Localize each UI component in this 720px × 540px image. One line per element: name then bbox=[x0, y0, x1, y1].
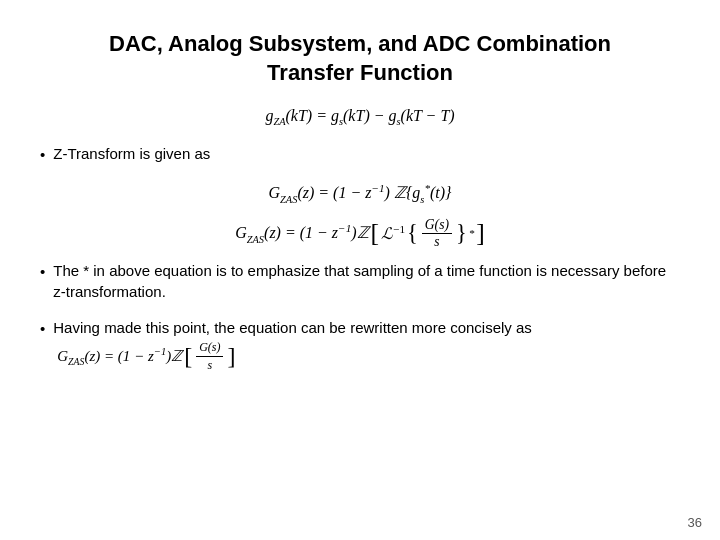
title-line1: DAC, Analog Subsystem, and ADC Combinati… bbox=[109, 31, 611, 56]
bullet-text-1: Z-Transform is given as bbox=[53, 143, 680, 165]
formula-ztransform2: GZAS(z) = (1 − z−1)ℤ [ ℒ−1 { G(s) s } * … bbox=[235, 217, 485, 250]
formula-ztransform1-block: GZAS(z) = (1 − z−1) ℤ{gs*(t)} bbox=[40, 182, 680, 205]
formula-top: gZA(kT) = gs(kT) − gs(kT − T) bbox=[265, 107, 454, 127]
bullet-2: • The * in above equation is to emphasiz… bbox=[40, 260, 680, 304]
bullet-dot-3: • bbox=[40, 318, 45, 340]
formula-ztransform1: GZAS(z) = (1 − z−1) ℤ{gs*(t)} bbox=[269, 182, 452, 205]
slide-container: DAC, Analog Subsystem, and ADC Combinati… bbox=[0, 0, 720, 540]
bullet-text-2: The * in above equation is to emphasize … bbox=[53, 260, 680, 304]
title-line2: Transfer Function bbox=[267, 60, 453, 85]
bullet-dot-1: • bbox=[40, 144, 45, 166]
slide-title: DAC, Analog Subsystem, and ADC Combinati… bbox=[40, 30, 680, 87]
formula-concise: GZAS(z) = (1 − z−1)ℤ [ G(s) s ] bbox=[57, 339, 235, 375]
formula-top-block: gZA(kT) = gs(kT) − gs(kT − T) bbox=[40, 107, 680, 127]
bullet-text-3: Having made this point, the equation can… bbox=[53, 317, 680, 375]
page-number: 36 bbox=[688, 515, 702, 530]
formula-ztransform2-block: GZAS(z) = (1 − z−1)ℤ [ ℒ−1 { G(s) s } * … bbox=[40, 217, 680, 250]
bullet-1: • Z-Transform is given as bbox=[40, 143, 680, 166]
bullet-3: • Having made this point, the equation c… bbox=[40, 317, 680, 375]
bullet-dot-2: • bbox=[40, 261, 45, 283]
